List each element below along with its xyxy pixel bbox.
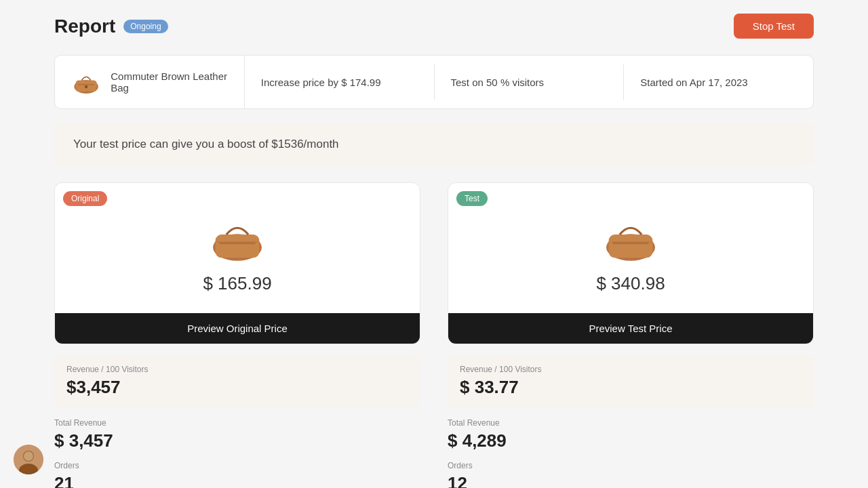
preview-original-button[interactable]: Preview Original Price [55, 313, 420, 344]
svg-rect-2 [78, 84, 94, 85]
test-orders-label: Orders [448, 461, 814, 470]
test-total-revenue-row: Total Revenue $ 4,289 [448, 418, 814, 461]
original-total-revenue-value: $ 3,457 [54, 430, 420, 451]
ongoing-badge: Ongoing [123, 20, 167, 33]
original-price: $ 165.99 [203, 273, 271, 294]
original-badge: Original [63, 191, 107, 206]
product-name: Commuter Brown Leather Bag [111, 70, 227, 94]
test-price-column: Test $ 340.98 Preview Test Price [448, 182, 814, 488]
test-price-card: Test $ 340.98 Preview Test Price [448, 182, 814, 344]
test-orders-value: 12 [448, 473, 814, 488]
svg-rect-5 [216, 235, 260, 258]
original-revenue-label: Revenue / 100 Visitors [66, 365, 408, 374]
original-price-column: Original $ 165.99 Preview Original Price [54, 182, 420, 488]
cards-grid: Original $ 165.99 Preview Original Price [54, 182, 814, 488]
test-revenue-label: Revenue / 100 Visitors [460, 365, 802, 374]
stop-test-button[interactable]: Stop Test [734, 14, 814, 39]
visitor-split-item: Test on 50 % visitors [435, 64, 625, 100]
visitor-split-text: Test on 50 % visitors [451, 77, 545, 88]
test-total-revenue-value: $ 4,289 [448, 430, 814, 451]
product-thumbnail [71, 68, 101, 96]
original-stats: Revenue / 100 Visitors $3,457 Total Reve… [54, 344, 420, 488]
started-date-item: Started on Apr 17, 2023 [624, 64, 813, 100]
test-orders-row: Orders 12 [448, 461, 814, 488]
svg-point-3 [85, 85, 87, 88]
user-avatar[interactable] [14, 445, 43, 474]
boost-banner: Your test price can give you a boost of … [54, 123, 814, 166]
page-title: Report [54, 16, 115, 37]
test-revenue-highlight: Revenue / 100 Visitors $ 33.77 [448, 355, 814, 407]
original-bag-image [207, 213, 268, 264]
original-revenue-highlight: Revenue / 100 Visitors $3,457 [54, 355, 420, 407]
svg-rect-10 [609, 235, 653, 258]
price-change-item: Increase price by $ 174.99 [245, 64, 435, 100]
started-date-text: Started on Apr 17, 2023 [640, 77, 747, 88]
test-card-inner: Test $ 340.98 [448, 183, 813, 313]
test-stats: Revenue / 100 Visitors $ 33.77 Total Rev… [448, 344, 814, 488]
boost-text: Your test price can give you a boost of … [73, 138, 339, 150]
test-revenue-value: $ 33.77 [460, 377, 802, 398]
original-card-inner: Original $ 165.99 [55, 183, 420, 313]
original-total-revenue-label: Total Revenue [54, 418, 420, 428]
original-orders-row: Orders 21 [54, 461, 420, 488]
svg-rect-11 [612, 242, 649, 245]
price-change-text: Increase price by $ 174.99 [261, 77, 381, 88]
original-revenue-value: $3,457 [66, 377, 408, 398]
svg-point-17 [24, 451, 33, 461]
original-total-revenue-row: Total Revenue $ 3,457 [54, 418, 420, 461]
info-bar: Commuter Brown Leather Bag Increase pric… [54, 55, 814, 109]
page-header: Report Ongoing Stop Test [54, 14, 814, 39]
original-price-card: Original $ 165.99 Preview Original Price [54, 182, 420, 344]
preview-test-button[interactable]: Preview Test Price [448, 313, 813, 344]
test-badge: Test [456, 191, 488, 206]
test-price: $ 340.98 [596, 273, 665, 294]
test-bag-image [600, 213, 661, 264]
header-left: Report Ongoing [54, 16, 168, 37]
original-orders-label: Orders [54, 461, 420, 470]
product-info-item: Commuter Brown Leather Bag [55, 56, 245, 108]
avatar-image [14, 445, 43, 474]
svg-rect-6 [219, 242, 256, 245]
test-total-revenue-label: Total Revenue [448, 418, 814, 428]
original-orders-value: 21 [54, 473, 420, 488]
